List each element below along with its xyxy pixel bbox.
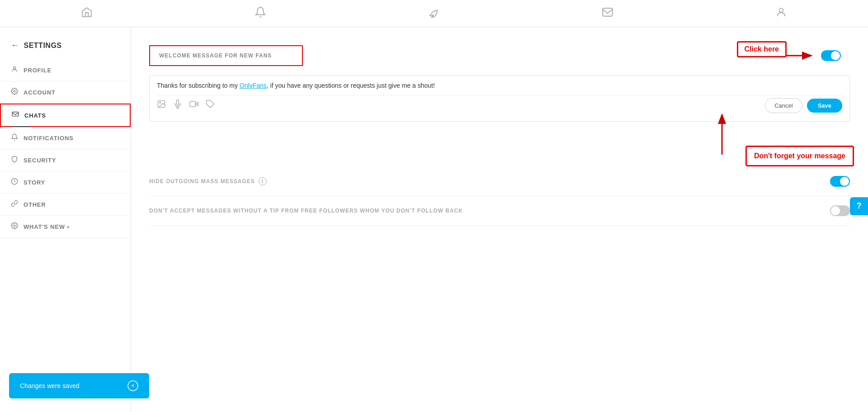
hide-mass-messages-label: HIDE OUTGOING MASS MESSAGES i [149,177,267,185]
message-actions: Cancel Save [765,98,842,113]
notifications-icon [11,133,18,142]
welcome-message-row: WELCOME MESSAGE FOR NEW FANS Click here [149,45,850,66]
account-icon [11,88,18,97]
sidebar-item-label: SECURITY [24,157,56,164]
click-here-annotation: Click here [737,41,787,57]
sidebar-item-whats-new[interactable]: WHAT'S NEW • [0,216,131,238]
welcome-toggle-container: Click here [816,50,841,61]
whats-new-icon [11,222,18,231]
no-tip-toggle[interactable] [830,205,850,216]
hide-mass-messages-toggle[interactable] [830,176,850,187]
layout: ← SETTINGS PROFILE ACCOUNT [0,27,868,412]
cancel-button[interactable]: Cancel [765,98,802,113]
onlyfans-link[interactable]: OnlyFans [240,82,267,89]
bell-icon[interactable] [247,3,274,24]
toolbar-icons [157,99,215,112]
help-button[interactable]: ? [850,197,868,215]
other-icon [11,200,18,209]
message-area: Thanks for subscribing to my OnlyFans, i… [149,75,850,122]
sidebar-item-label: ACCOUNT [24,89,56,96]
message-text-prefix: Thanks for subscribing to my [157,82,240,89]
mic-icon[interactable] [173,99,182,112]
profile-icon [11,66,18,75]
svg-rect-16 [190,101,196,107]
image-icon[interactable] [157,99,166,112]
welcome-message-label: WELCOME MESSAGE FOR NEW FANS [149,45,303,66]
sidebar-item-label: WHAT'S NEW • [24,223,70,230]
svg-rect-4 [12,112,18,116]
welcome-message-toggle[interactable] [821,50,841,61]
mail-icon[interactable] [594,3,621,24]
main-content: WELCOME MESSAGE FOR NEW FANS Click here … [131,27,868,412]
svg-marker-15 [195,102,198,105]
svg-point-12 [160,102,161,103]
sidebar-item-other[interactable]: OTHER [0,194,131,216]
video-icon[interactable] [189,99,198,112]
hide-mass-messages-row: HIDE OUTGOING MASS MESSAGES i [149,167,850,196]
toast-close-button[interactable]: × [127,380,138,391]
no-tip-row: DON'T ACCEPT MESSAGES WITHOUT A TIP FROM… [149,196,850,226]
svg-point-3 [14,90,15,92]
sidebar-header: ← SETTINGS [0,36,131,59]
toast: Changes were saved × [9,373,149,398]
security-icon [11,156,18,165]
svg-point-6 [14,225,15,227]
top-nav [0,0,868,27]
user-icon[interactable] [768,3,794,24]
sidebar-item-label: STORY [24,179,45,186]
chats-icon [12,111,19,120]
message-text-suffix: , if you have any questions or requests … [267,82,435,89]
sidebar-item-profile[interactable]: PROFILE [0,59,131,81]
home-icon[interactable] [74,3,100,24]
info-icon[interactable]: i [259,177,267,185]
back-button[interactable]: ← [11,41,19,50]
svg-point-2 [13,67,15,69]
price-tag-icon[interactable] [206,99,215,112]
no-tip-label: DON'T ACCEPT MESSAGES WITHOUT A TIP FROM… [149,208,463,214]
save-button[interactable]: Save [807,99,842,113]
svg-rect-0 [603,8,613,16]
sidebar-item-label: OTHER [24,201,46,208]
svg-point-1 [779,8,783,12]
settings-title: SETTINGS [24,42,62,50]
sidebar-item-story[interactable]: STORY [0,171,131,194]
sidebar-item-label: NOTIFICATIONS [24,135,74,142]
toast-message: Changes were saved [20,382,80,389]
sidebar: ← SETTINGS PROFILE ACCOUNT [0,27,131,412]
sidebar-item-chats[interactable]: CHATS [0,104,131,127]
sidebar-item-account[interactable]: ACCOUNT [0,81,131,104]
sidebar-item-security[interactable]: SECURITY [0,149,131,171]
message-toolbar: Cancel Save [157,95,842,116]
story-icon [11,178,18,187]
leaf-icon[interactable] [421,3,447,24]
dont-forget-annotation: Don't forget your message [713,118,854,166]
sidebar-item-notifications[interactable]: NOTIFICATIONS [0,127,131,149]
sidebar-item-label: CHATS [24,112,46,119]
sidebar-item-label: PROFILE [24,67,52,74]
